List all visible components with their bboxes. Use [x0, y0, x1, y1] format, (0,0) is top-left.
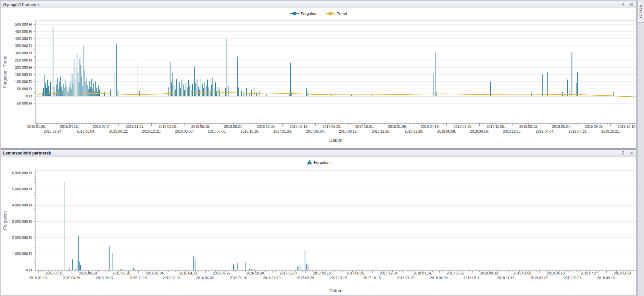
panel-header[interactable]: Gyengülő Partnerek [1, 1, 636, 8]
nezetek-tab[interactable]: Nézetek [638, 1, 644, 23]
svg-text:2015.06.04.: 2015.06.04. [76, 130, 95, 133]
circle-marker-icon [326, 11, 335, 16]
y-axis-labels: 500 000 Ft450 000 Ft400 000 Ft350 000 Ft… [15, 22, 32, 105]
svg-text:2018.03.14.: 2018.03.14. [413, 271, 432, 275]
legend-label: Trend [337, 12, 347, 16]
svg-text:2017.03.29.: 2017.03.29. [296, 276, 315, 280]
svg-text:2017.08.12.: 2017.08.12. [339, 130, 357, 133]
svg-text:50 000 Ft: 50 000 Ft [17, 87, 32, 91]
svg-text:2017.10.15.: 2017.10.15. [363, 276, 382, 280]
svg-text:2015.11.01.: 2015.11.01. [126, 125, 144, 129]
svg-text:2016.06.02.: 2016.06.02. [196, 276, 215, 280]
legend-item-forgalom[interactable]: Forgalom [307, 160, 331, 164]
svg-text:2017.07.07.: 2017.07.07. [330, 276, 348, 280]
svg-text:2018.06.08.: 2018.06.08. [437, 130, 456, 133]
panel-header[interactable]: Lemorzsolódó partnerek [1, 150, 636, 157]
svg-text:2015.04.29.: 2015.04.29. [62, 276, 81, 280]
svg-text:2 000 000 Ft: 2 000 000 Ft [12, 236, 32, 240]
svg-text:2015.11.15.: 2015.11.15. [129, 276, 148, 280]
svg-text:2019.07.13.: 2019.07.13. [568, 130, 587, 133]
svg-text:400 000 Ft: 400 000 Ft [15, 37, 32, 41]
svg-text:100 000 Ft: 100 000 Ft [15, 80, 32, 84]
svg-text:2015.04.15.: 2015.04.15. [60, 125, 79, 129]
svg-text:2018.06.22.: 2018.06.22. [447, 271, 465, 275]
svg-text:250 000 Ft: 250 000 Ft [15, 58, 32, 62]
triangle-marker-icon [307, 160, 312, 164]
dock-side-strip: Nézetek [637, 0, 644, 296]
svg-text:2018.09.30.: 2018.09.30. [480, 271, 498, 275]
svg-text:2019.02.13.: 2019.02.13. [519, 125, 538, 129]
close-icon[interactable] [629, 151, 633, 155]
svg-text:0 Ft: 0 Ft [26, 268, 32, 272]
svg-text:2019.09.15.: 2019.09.15. [597, 276, 616, 280]
svg-text:2018.12.25.: 2018.12.25. [503, 130, 521, 133]
svg-text:300 000 Ft: 300 000 Ft [15, 51, 32, 55]
pin-icon[interactable] [621, 151, 625, 155]
svg-text:2017.01.24.: 2017.01.24. [273, 130, 292, 133]
svg-text:2019.09.01.: 2019.09.01. [585, 125, 603, 129]
svg-text:2015.07.24.: 2015.07.24. [93, 125, 111, 129]
svg-text:2019.10.21.: 2019.10.21. [601, 130, 620, 133]
close-icon[interactable] [629, 3, 633, 7]
svg-text:2018.02.28.: 2018.02.28. [404, 130, 423, 133]
y-axis-title: Forgalom [2, 211, 8, 230]
svg-text:2016.07.08.: 2016.07.08. [208, 130, 226, 133]
y-axis-labels: 6 000 000 Ft5 000 000 Ft4 000 000 Ft3 00… [12, 171, 32, 272]
legend-item-forgalom[interactable]: Forgalom [290, 11, 317, 16]
svg-text:2018.01.09.: 2018.01.09. [388, 125, 407, 129]
svg-text:2019.01.08.: 2019.01.08. [514, 271, 532, 275]
svg-text:4 000 000 Ft: 4 000 000 Ft [12, 203, 32, 207]
svg-text:1 000 000 Ft: 1 000 000 Ft [12, 252, 32, 256]
svg-text:2016.04.13.: 2016.04.13. [179, 271, 198, 275]
svg-text:2015.09.12.: 2015.09.12. [109, 130, 128, 133]
forgalom-trend-chart[interactable]: 500 000 Ft450 000 Ft400 000 Ft350 000 Ft… [1, 8, 636, 149]
x-axis-title: Dátum [329, 138, 342, 143]
svg-text:2015.01.19.: 2015.01.19. [29, 276, 48, 280]
svg-text:2016.08.27.: 2016.08.27. [224, 125, 243, 129]
svg-text:2019.04.18.: 2019.04.18. [547, 271, 566, 275]
svg-text:2016.02.09.: 2016.02.09. [159, 125, 177, 129]
svg-text:2019.04.04.: 2019.04.04. [536, 130, 554, 133]
svg-text:200 000 Ft: 200 000 Ft [15, 65, 32, 69]
legend-label: Forgalom [301, 12, 317, 16]
svg-text:2018.09.16.: 2018.09.16. [470, 130, 489, 133]
svg-text:2017.05.18.: 2017.05.18. [313, 271, 331, 275]
svg-text:2016.05.19.: 2016.05.19. [191, 125, 210, 129]
svg-text:2016.07.22.: 2016.07.22. [213, 271, 231, 275]
svg-text:2018.01.23.: 2018.01.23. [396, 276, 415, 280]
svg-text:2016.09.10.: 2016.09.10. [229, 276, 248, 280]
panel-gyengulo-partnerek: Gyengülő Partnerek ForgalomTrend 500 000… [1, 1, 636, 149]
svg-text:3 000 000 Ft: 3 000 000 Ft [12, 219, 32, 224]
svg-text:2017.06.23.: 2017.06.23. [323, 125, 341, 129]
pin-icon[interactable] [621, 3, 625, 7]
svg-text:2018.08.11.: 2018.08.11. [464, 276, 482, 280]
svg-text:2019.07.27.: 2019.07.27. [580, 271, 599, 275]
panel-title: Gyengülő Partnerek [3, 2, 40, 7]
svg-text:2017.08.26.: 2017.08.26. [346, 271, 365, 275]
svg-text:2015.06.18.: 2015.06.18. [79, 271, 98, 275]
svg-text:2017.02.07.: 2017.02.07. [280, 271, 298, 275]
y-axis-title: Forgalom, Trend [2, 56, 8, 88]
svg-text:2017.05.04.: 2017.05.04. [306, 130, 325, 133]
svg-text:150 000 Ft: 150 000 Ft [15, 72, 32, 77]
svg-text:2018.11.05.: 2018.11.05. [487, 125, 505, 129]
svg-text:2018.05.03.: 2018.05.03. [430, 276, 449, 280]
svg-text:2019.12.10.: 2019.12.10. [618, 125, 636, 129]
circle-marker-icon [290, 11, 299, 16]
forgalom-chart[interactable]: 6 000 000 Ft5 000 000 Ft4 000 000 Ft3 00… [1, 157, 636, 295]
panel-lemorzsolodo-partnerek: Lemorzsolódó partnerek Forgalom 6 000 00… [1, 149, 636, 295]
svg-text:2019.11.04.: 2019.11.04. [614, 271, 632, 275]
svg-text:2017.11.20.: 2017.11.20. [372, 130, 390, 133]
svg-text:2016.12.19.: 2016.12.19. [263, 276, 281, 280]
svg-text:2017.12.04.: 2017.12.04. [380, 271, 399, 275]
legend-item-trend[interactable]: Trend [326, 11, 347, 16]
svg-text:2017.10.01.: 2017.10.01. [355, 125, 374, 129]
svg-text:2015.09.26.: 2015.09.26. [113, 271, 131, 275]
svg-text:2018.07.28.: 2018.07.28. [454, 125, 472, 129]
svg-text:2018.11.19.: 2018.11.19. [497, 276, 516, 280]
svg-text:350 000 Ft: 350 000 Ft [15, 44, 32, 48]
nezetek-tab-label: Nézetek [639, 5, 643, 19]
trend-line [37, 93, 636, 97]
svg-text:2016.03.30.: 2016.03.30. [175, 130, 193, 133]
svg-text:2015.01.05.: 2015.01.05. [27, 125, 46, 129]
